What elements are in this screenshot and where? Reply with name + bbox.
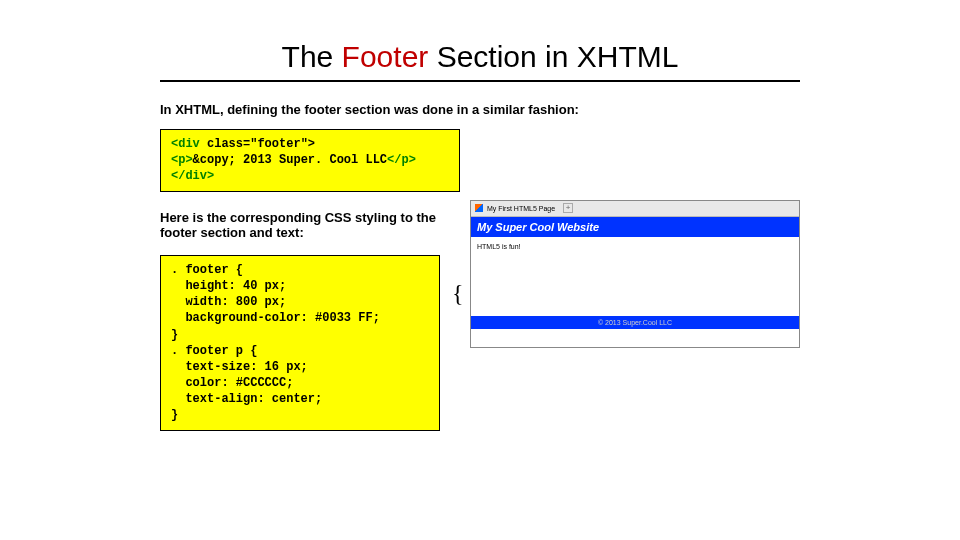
brace-icon: { bbox=[452, 280, 464, 307]
code-tag: </div> bbox=[171, 169, 214, 183]
browser-tabbar: My First HTML5 Page + bbox=[471, 201, 799, 217]
browser-preview: My First HTML5 Page + My Super Cool Webs… bbox=[470, 200, 800, 348]
new-tab-icon: + bbox=[563, 203, 573, 213]
page-footer: © 2013 Super.Cool LLC bbox=[471, 316, 799, 329]
code-tag: <div bbox=[171, 137, 200, 151]
css-code-box: . footer { height: 40 px; width: 800 px;… bbox=[160, 255, 440, 431]
code-tag: <p> bbox=[171, 153, 193, 167]
code-text: &copy; 2013 Super. Cool LLC bbox=[193, 153, 387, 167]
title-accent: Footer bbox=[342, 40, 437, 73]
code-tag: </p> bbox=[387, 153, 416, 167]
css-intro-text: Here is the corresponding CSS styling to… bbox=[160, 210, 450, 241]
page-banner: My Super Cool Website bbox=[471, 217, 799, 237]
browser-page: My Super Cool Website HTML5 is fun! © 20… bbox=[471, 217, 799, 347]
title-post: Section in XHTML bbox=[437, 40, 679, 73]
slide-title: The Footer Section in XHTML bbox=[160, 40, 800, 74]
page-body-text: HTML5 is fun! bbox=[471, 237, 799, 256]
xhtml-code-box: <div class="footer"> <p>&copy; 2013 Supe… bbox=[160, 129, 460, 192]
code-text: class="footer"> bbox=[200, 137, 315, 151]
browser-tab-title: My First HTML5 Page bbox=[487, 205, 555, 212]
title-pre: The bbox=[282, 40, 342, 73]
favicon-icon bbox=[475, 204, 483, 212]
intro-text: In XHTML, defining the footer section wa… bbox=[160, 102, 800, 117]
title-rule bbox=[160, 80, 800, 82]
